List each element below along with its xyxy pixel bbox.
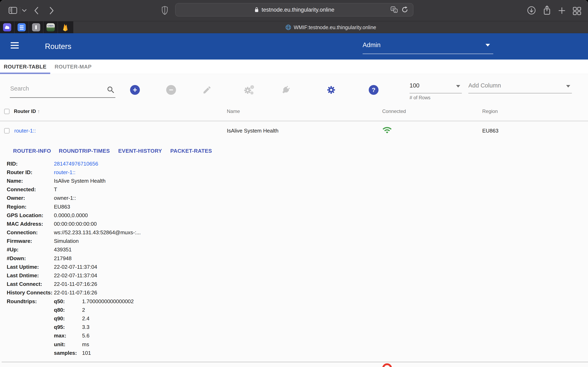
main-tabs: ROUTER-TABLE ROUTER-MAP (0, 59, 588, 74)
back-icon[interactable] (33, 6, 39, 15)
downloads-icon[interactable] (527, 6, 536, 15)
router-name-cell: IsAlive System Health (227, 128, 278, 134)
roundtrip-row: q95:3.3 (7, 323, 497, 332)
column-header-router-id[interactable]: Router ID (14, 108, 36, 114)
tab-packet-rates[interactable]: PACKET-RATES (170, 148, 212, 154)
detail-row: Region:EU863 (7, 202, 497, 211)
user-select[interactable]: Admin (363, 36, 493, 54)
detail-row: Owner:owner-1:: (7, 194, 497, 202)
connected-wifi-icon (382, 125, 392, 135)
rows-per-page-select[interactable]: 100 (410, 81, 462, 93)
detail-row: Last Dntime:22-02-07-11:37:04 (7, 271, 497, 280)
detail-row: RID:281474976710656 (7, 159, 497, 168)
add-button[interactable]: + (130, 85, 140, 95)
settings-gears-icon[interactable] (243, 84, 255, 96)
detail-row: Router ID:router-1:: (7, 168, 497, 176)
media-app-icon (32, 23, 40, 31)
tab-overview-icon[interactable] (572, 6, 581, 16)
roundtrip-row: Roundtrips:q50:1.7000000000000002 (7, 297, 497, 306)
add-column-select[interactable]: Add Column (468, 81, 572, 93)
detail-row: #Down:217948 (7, 254, 497, 263)
column-header-name[interactable]: Name (227, 108, 240, 114)
remove-button[interactable]: − (166, 85, 176, 95)
detail-row: Name:IsAlive System Health (7, 176, 497, 185)
tab-title: WMIF:testnode.eu.thingularity.online (294, 25, 376, 30)
new-tab-icon[interactable] (557, 6, 566, 15)
page-title: Routers (45, 42, 71, 51)
detail-row: #Up:439351 (7, 245, 497, 254)
share-icon[interactable] (542, 5, 552, 16)
pinned-tab-media[interactable] (29, 21, 43, 33)
router-id-link[interactable]: router-1:: (54, 169, 76, 175)
browser-toolbar: testnode.eu.thingularity.online A a (0, 0, 588, 21)
firebase-flame-icon (61, 23, 69, 32)
table-header-divider (0, 121, 588, 121)
detail-row: Connection:ws://52.233.131.43:52864@muxs… (7, 228, 497, 237)
url-text: testnode.eu.thingularity.online (261, 7, 334, 13)
pinned-tab-firebase[interactable] (58, 21, 72, 33)
region-cell: EU863 (482, 128, 499, 134)
select-all-checkbox[interactable] (4, 109, 9, 114)
column-header-connected[interactable]: Connected (382, 108, 406, 114)
search-icon (106, 85, 115, 94)
active-tab[interactable]: WMIF:testnode.eu.thingularity.online (73, 21, 588, 33)
roundtrip-row: max:5.6 (7, 332, 497, 340)
search-field (10, 83, 115, 98)
forward-icon[interactable] (49, 6, 55, 15)
menu-icon[interactable] (11, 42, 19, 50)
pinned-tab-cloud[interactable] (0, 21, 15, 33)
tab-router-info[interactable]: ROUTER-INFO (13, 148, 51, 154)
chevron-down-icon (485, 44, 490, 47)
usda-site-icon: USDA (47, 23, 55, 31)
roundtrip-row: samples:101 (7, 349, 497, 357)
detail-row: GPS Location:0.0000,0.0000 (7, 211, 497, 220)
detail-row: Firmware:Simulation (7, 237, 497, 245)
safari-window: testnode.eu.thingularity.online A a (0, 0, 588, 367)
cloud-app-icon (3, 23, 11, 31)
user-select-value: Admin (363, 42, 380, 49)
chevron-down-icon (566, 85, 570, 87)
reload-icon[interactable] (402, 6, 408, 13)
active-tab-indicator (0, 73, 50, 74)
detail-row: Last Uptime:22-02-07-11:37:04 (7, 263, 497, 271)
pinned-tab-docs[interactable] (15, 21, 29, 33)
chevron-down-icon[interactable] (22, 8, 27, 12)
svg-text:a: a (395, 10, 396, 12)
detail-row: Last Connect:22-01-11-07:16:26 (7, 280, 497, 289)
column-header-region[interactable]: Region (482, 108, 498, 114)
rid-link[interactable]: 281474976710656 (54, 161, 98, 167)
pinned-tab-usda[interactable]: USDA (43, 21, 58, 33)
docs-app-icon (17, 23, 26, 31)
roundtrip-row: q90:2.4 (7, 314, 497, 323)
sidebar-toggle-icon[interactable] (8, 6, 17, 15)
translate-icon[interactable]: A a (390, 6, 398, 13)
rows-hint: # of Rows (410, 95, 430, 100)
detail-row: MAC Address:00:00:00:00:00:00 (7, 220, 497, 228)
app-header: Routers Admin ? (0, 33, 588, 59)
toolbar-separator (20, 7, 20, 14)
detail-row: History Connects:22-01-11-07:16:26 (7, 289, 497, 297)
tab-roundtrip-times[interactable]: ROUNDTRIP-TIMES (59, 148, 110, 154)
router-details: RID:281474976710656 Router ID:router-1::… (7, 159, 497, 357)
row-checkbox[interactable] (4, 128, 9, 133)
address-bar[interactable]: testnode.eu.thingularity.online A a (175, 3, 414, 17)
privacy-shield-icon[interactable] (161, 6, 168, 15)
roundtrip-row: unit:ms (7, 340, 497, 349)
pinned-tabs: USDA (0, 21, 73, 33)
tab-bar: USDA WMIF:testnode.eu.thingularity.onlin… (0, 21, 588, 33)
chevron-down-icon (456, 85, 460, 87)
tab-router-table[interactable]: ROUTER-TABLE (0, 59, 50, 74)
tab-event-history[interactable]: EVENT-HISTORY (118, 148, 162, 154)
search-input[interactable] (10, 85, 104, 92)
router-id-link[interactable]: router-1:: (14, 128, 36, 134)
settings-gear-icon[interactable] (326, 85, 336, 95)
connect-plug-icon[interactable] (281, 85, 291, 95)
roundtrip-row: q80:2 (7, 306, 497, 314)
sort-asc-icon[interactable]: ↑ (37, 108, 40, 115)
row-divider (2, 362, 588, 362)
edit-pencil-icon[interactable] (202, 85, 212, 95)
detail-row: Connected:T (7, 185, 497, 194)
help-button[interactable]: ? (369, 85, 379, 95)
tab-router-map[interactable]: ROUTER-MAP (50, 59, 96, 74)
lock-icon (254, 7, 259, 13)
